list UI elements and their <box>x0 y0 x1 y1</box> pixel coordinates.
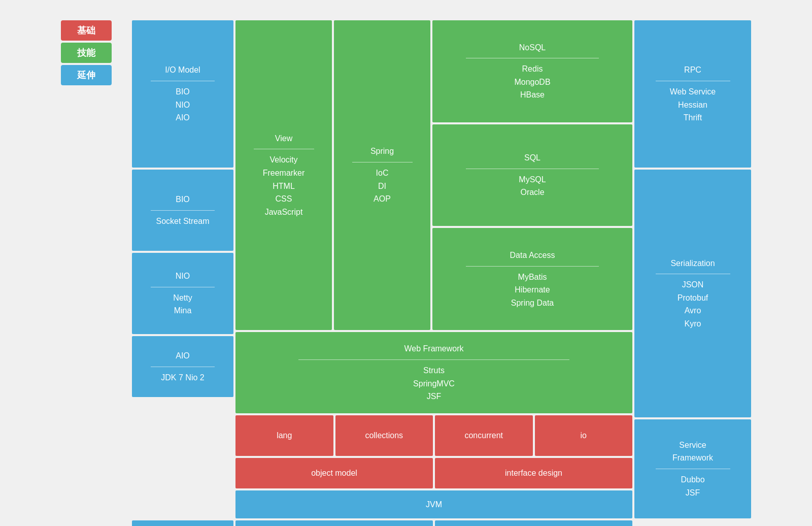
nosql-items: RedisMongoDBHBase <box>514 62 550 102</box>
io-model-title: I/O Model <box>165 63 200 77</box>
lang-cell: lang <box>235 415 333 456</box>
main-grid: I/O Model BIONIOAIO BIO Socket Stream NI… <box>132 20 751 526</box>
view-title: View <box>275 132 292 145</box>
object-model-cell: object model <box>235 458 433 488</box>
concurrent-label: concurrent <box>464 429 503 442</box>
io-cell: io <box>535 415 633 456</box>
jvm-cell: JVM <box>235 490 632 518</box>
service-framework-title: ServiceFramework <box>672 439 713 465</box>
io-model-items: BIONIOAIO <box>176 85 190 124</box>
jvm-label: JVM <box>426 498 442 511</box>
nosql-title: NoSQL <box>519 41 546 54</box>
interface-design-label: interface design <box>505 467 562 480</box>
view-cell: View VelocityFreemarkerHTMLCSSJavaScript <box>235 20 332 330</box>
view-items: VelocityFreemarkerHTMLCSSJavaScript <box>263 153 305 218</box>
spring-items: IoCDIAOP <box>374 167 391 206</box>
bio-title: BIO <box>176 193 190 206</box>
service-framework-items: DubboJSF <box>681 473 704 499</box>
sql-items: MySQLOracle <box>519 173 546 199</box>
bio-sub: Socket Stream <box>156 215 210 228</box>
data-access-title: Data Access <box>510 249 555 262</box>
nosql-cell: NoSQL RedisMongoDBHBase <box>432 20 632 122</box>
web-framework-title: Web Framework <box>404 342 463 355</box>
web-framework-cell: Web Framework StrutsSpringMVCJSF <box>235 332 632 413</box>
aio-title: AIO <box>176 349 190 363</box>
web-framework-items: StrutsSpringMVCJSF <box>413 364 455 403</box>
collections-label: collections <box>365 429 403 442</box>
io-label: io <box>581 429 587 442</box>
rpc-items: Web ServiceHessianThrift <box>670 85 716 124</box>
collections-cell: collections <box>335 415 433 456</box>
object-model-label: object model <box>311 467 357 480</box>
tcp-stack-cell: TCP Stack <box>435 520 632 526</box>
concurrent-cell: concurrent <box>435 415 533 456</box>
serialization-items: JSONProtobufAvroKyro <box>678 278 708 330</box>
lang-label: lang <box>277 429 292 442</box>
spring-title: Spring <box>370 145 394 158</box>
serialization-title: Serialization <box>670 257 715 270</box>
rpc-cell: RPC Web ServiceHessianThrift <box>634 20 751 168</box>
legend-yanshen: 延伸 <box>61 65 112 85</box>
aio-sub: JDK 7 Nio 2 <box>161 371 204 384</box>
sql-title: SQL <box>524 151 540 165</box>
legend: 基础 技能 延伸 <box>61 20 122 85</box>
nio-cell: NIO NettyMina <box>132 253 233 334</box>
os-linux-left-spacer <box>132 520 233 526</box>
spring-cell: Spring IoCDIAOP <box>334 20 430 330</box>
main-container: 基础 技能 延伸 I/O Model BIONIOAIO BIO <box>51 10 761 526</box>
sql-cell: SQL MySQLOracle <box>432 124 632 226</box>
data-access-items: MyBatisHibernateSpring Data <box>511 271 554 310</box>
legend-jineng: 技能 <box>61 43 112 63</box>
os-linux-cell: OS / Linux <box>235 520 433 526</box>
nio-title: NIO <box>176 270 190 283</box>
interface-design-cell: interface design <box>435 458 632 488</box>
io-model-cell: I/O Model BIONIOAIO <box>132 20 233 168</box>
aio-cell: AIO JDK 7 Nio 2 <box>132 336 233 397</box>
legend-jichu: 基础 <box>61 20 112 41</box>
serialization-cell: Serialization JSONProtobufAvroKyro <box>634 170 751 417</box>
nio-sub: NettyMina <box>173 291 192 317</box>
data-access-cell: Data Access MyBatisHibernateSpring Data <box>432 228 632 330</box>
service-framework-cell: ServiceFramework DubboJSF <box>634 419 751 518</box>
rpc-title: RPC <box>684 63 701 77</box>
bio-cell: BIO Socket Stream <box>132 170 233 251</box>
